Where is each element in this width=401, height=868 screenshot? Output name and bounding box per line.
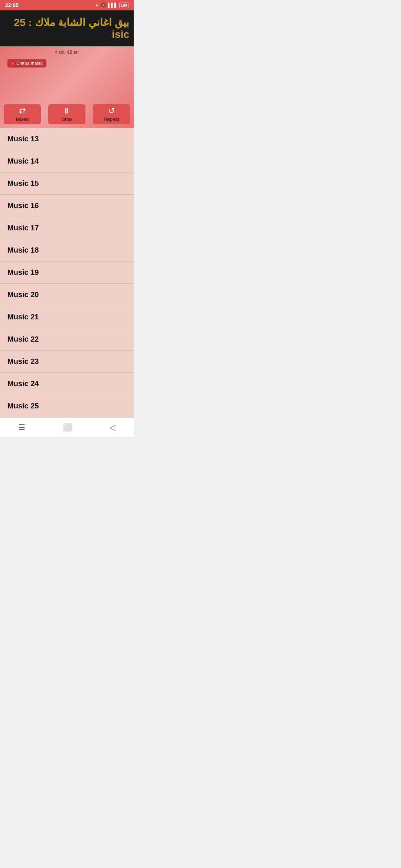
music-item-music-18[interactable]: Music 18 [0,239,134,262]
music-item-music-20[interactable]: Music 20 [0,284,134,306]
player-area: 4 dk. 42 sn Cheba malak ⇄ Mixed ⏸ Stop ↺… [0,46,134,128]
header-title: بيق اغاني الشابة ملاك : 25 isic [4,16,129,40]
music-item-music-15[interactable]: Music 15 [0,172,134,195]
live-dot [11,62,14,65]
controls-bar: ⇄ Mixed ⏸ Stop ↺ Repeat [0,104,134,128]
home-nav-icon[interactable]: ⬜ [63,423,72,432]
artist-badge: Cheba malak [7,59,46,68]
back-nav-icon[interactable]: ◁ [110,423,115,432]
music-item-label-music-18: Music 18 [7,246,39,254]
navigation-bar: ☰ ⬜ ◁ [0,417,134,437]
music-item-label-music-23: Music 23 [7,357,39,365]
music-item-music-25[interactable]: Music 25 [0,395,134,417]
stop-button[interactable]: ⏸ Stop [48,104,85,124]
music-item-music-21[interactable]: Music 21 [0,306,134,328]
repeat-label: Repeat [104,116,119,122]
music-item-music-24[interactable]: Music 24 [0,373,134,395]
music-item-music-22[interactable]: Music 22 [0,328,134,351]
music-item-label-music-16: Music 16 [7,201,39,210]
mixed-label: Mixed [16,116,29,122]
status-icons: ∗ 🔕 ▌▌▌ 100 [95,3,128,8]
music-item-music-17[interactable]: Music 17 [0,217,134,239]
music-item-music-16[interactable]: Music 16 [0,195,134,217]
music-item-label-music-17: Music 17 [7,224,39,232]
music-item-label-music-21: Music 21 [7,313,39,321]
music-item-music-19[interactable]: Music 19 [0,262,134,284]
music-item-music-23[interactable]: Music 23 [0,351,134,373]
music-item-label-music-14: Music 14 [7,157,39,165]
signal-icon: ▌▌▌ [108,3,118,8]
player-duration: 4 dk. 42 sn [55,49,79,55]
music-item-label-music-19: Music 19 [7,268,39,276]
music-item-music-14[interactable]: Music 14 [0,150,134,172]
sound-icon: 🔕 [101,3,106,8]
status-time: 22:05 [5,2,19,8]
menu-nav-icon[interactable]: ☰ [19,423,25,432]
music-item-label-music-13: Music 13 [7,135,39,143]
status-bar: 22:05 ∗ 🔕 ▌▌▌ 100 [0,0,134,10]
music-item-label-music-25: Music 25 [7,402,39,410]
mixed-button[interactable]: ⇄ Mixed [4,104,41,124]
bluetooth-icon: ∗ [95,3,99,8]
pause-icon: ⏸ [63,107,71,115]
shuffle-icon: ⇄ [19,107,26,115]
artist-name: Cheba malak [16,61,43,66]
artist-label-container: Cheba malak [7,59,46,68]
music-item-music-13[interactable]: Music 13 [0,128,134,150]
battery-icon: 100 [119,3,128,8]
music-item-label-music-24: Music 24 [7,379,39,388]
repeat-button[interactable]: ↺ Repeat [93,104,130,124]
header-banner: بيق اغاني الشابة ملاك : 25 isic [0,10,134,46]
music-list: Music 13Music 14Music 15Music 16Music 17… [0,128,134,417]
music-item-label-music-20: Music 20 [7,290,39,299]
stop-label: Stop [62,116,72,122]
music-item-label-music-15: Music 15 [7,179,39,187]
repeat-icon: ↺ [108,107,115,115]
music-item-label-music-22: Music 22 [7,335,39,343]
